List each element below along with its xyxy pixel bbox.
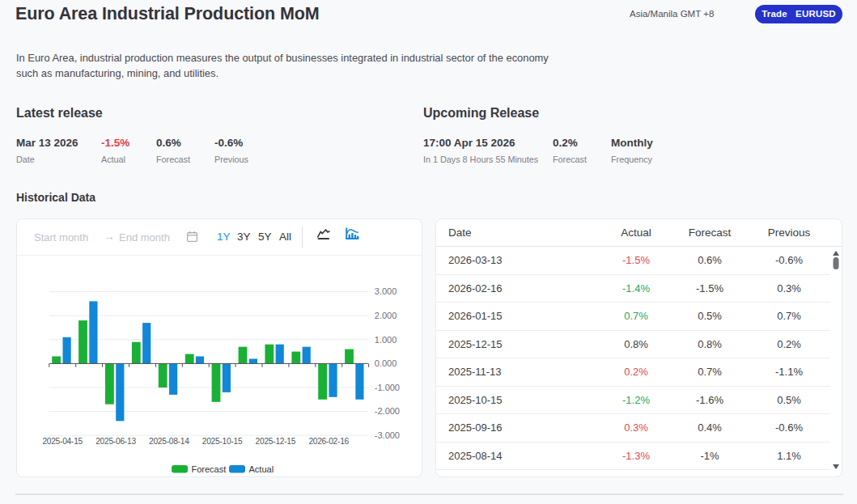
svg-text:3.000: 3.000 xyxy=(375,286,397,296)
svg-text:1.000: 1.000 xyxy=(375,335,397,345)
svg-text:2026-02-16: 2026-02-16 xyxy=(308,437,349,446)
svg-text:2025-08-14: 2025-08-14 xyxy=(149,437,189,446)
svg-text:Forecast: Forecast xyxy=(192,464,227,474)
svg-text:2025-10-15: 2025-10-15 xyxy=(202,437,243,446)
svg-text:2025-04-15: 2025-04-15 xyxy=(42,437,83,446)
svg-text:2025-12-15: 2025-12-15 xyxy=(256,437,296,446)
svg-text:-3.000: -3.000 xyxy=(375,430,400,440)
svg-text:Actual: Actual xyxy=(249,464,274,474)
svg-text:0.000: 0.000 xyxy=(375,358,397,368)
svg-text:2.000: 2.000 xyxy=(375,311,397,320)
svg-text:2025-06-13: 2025-06-13 xyxy=(95,437,136,446)
svg-text:-2.000: -2.000 xyxy=(375,406,400,416)
svg-text:-1.000: -1.000 xyxy=(375,383,400,392)
